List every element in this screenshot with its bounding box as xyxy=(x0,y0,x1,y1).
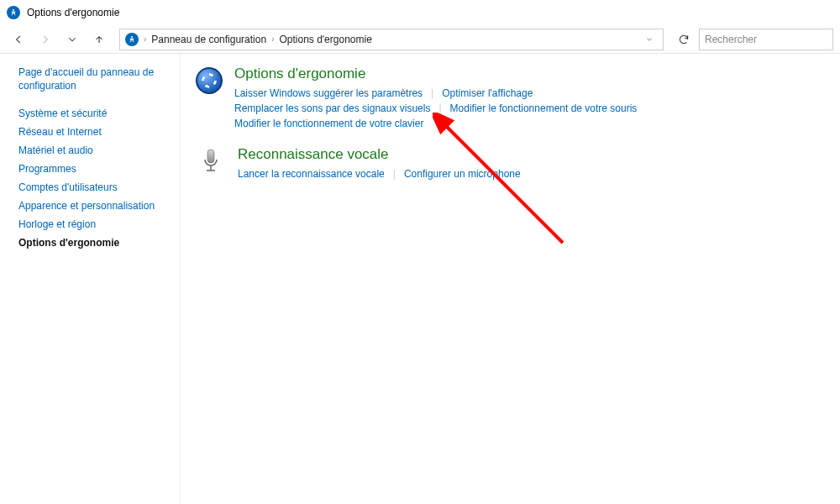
sidebar: Page d'accueil du panneau de configurati… xyxy=(0,54,181,504)
ease-of-access-section-icon xyxy=(196,66,223,131)
sidebar-item-hardware-sound[interactable]: Matériel et audio xyxy=(18,141,171,160)
section-ease-of-access: Options d'ergonomie Laisser Windows sugg… xyxy=(196,66,825,131)
ease-of-access-icon xyxy=(7,6,20,19)
section-heading-speech[interactable]: Reconnaissance vocale xyxy=(238,146,521,163)
link-start-speech-recognition[interactable]: Lancer la reconnaissance vocale xyxy=(238,166,385,181)
main-panel: Options d'ergonomie Laisser Windows sugg… xyxy=(181,54,840,504)
link-optimize-display[interactable]: Optimiser l'affichage xyxy=(442,86,533,101)
recent-locations-button[interactable] xyxy=(60,28,84,51)
window-title: Options d'ergonomie xyxy=(27,7,119,18)
svg-rect-2 xyxy=(207,150,214,163)
navigation-bar: › Panneau de configuration › Options d'e… xyxy=(0,25,840,54)
breadcrumb-current[interactable]: Options d'ergonomie xyxy=(279,34,371,45)
svg-line-5 xyxy=(443,123,563,243)
up-button[interactable] xyxy=(87,28,111,51)
sidebar-item-appearance[interactable]: Apparence et personnalisation xyxy=(18,197,171,215)
speech-section-icon xyxy=(196,146,226,181)
window-titlebar: Options d'ergonomie xyxy=(0,0,840,25)
clock-dial-icon xyxy=(196,67,223,94)
annotation-arrow xyxy=(433,113,584,264)
link-divider: | xyxy=(431,87,433,99)
link-replace-sounds-visual[interactable]: Remplacer les sons par des signaux visue… xyxy=(234,101,430,116)
link-divider: | xyxy=(438,102,441,114)
sidebar-item-clock-region[interactable]: Horloge et région xyxy=(18,215,171,234)
content-area: Page d'accueil du panneau de configurati… xyxy=(0,54,840,504)
link-setup-microphone[interactable]: Configurer un microphone xyxy=(404,166,521,181)
search-input[interactable] xyxy=(705,34,827,45)
address-dropdown-button[interactable] xyxy=(641,31,658,48)
chevron-right-icon[interactable]: › xyxy=(144,34,146,44)
address-bar[interactable]: › Panneau de configuration › Options d'e… xyxy=(119,29,664,50)
back-button[interactable] xyxy=(7,28,30,51)
link-change-keyboard[interactable]: Modifier le fonctionnement de votre clav… xyxy=(234,116,423,131)
sidebar-item-programs[interactable]: Programmes xyxy=(18,160,171,178)
section-speech-recognition: Reconnaissance vocale Lancer la reconnai… xyxy=(196,146,825,181)
section-heading-ease-of-access[interactable]: Options d'ergonomie xyxy=(234,66,825,82)
chevron-right-icon[interactable]: › xyxy=(271,34,274,44)
ease-of-access-icon xyxy=(125,33,139,46)
breadcrumb-root[interactable]: Panneau de configuration xyxy=(151,34,266,45)
sidebar-item-system-security[interactable]: Système et sécurité xyxy=(18,104,171,123)
sidebar-item-ease-of-access: Options d'ergonomie xyxy=(18,234,171,252)
svg-point-1 xyxy=(131,36,133,38)
link-let-windows-suggest[interactable]: Laisser Windows suggérer les paramètres xyxy=(234,86,423,101)
link-divider: | xyxy=(393,168,396,180)
microphone-icon xyxy=(201,148,221,181)
search-box[interactable] xyxy=(699,29,833,50)
refresh-button[interactable] xyxy=(672,28,696,51)
control-panel-home-link[interactable]: Page d'accueil du panneau de configurati… xyxy=(18,66,171,92)
svg-point-0 xyxy=(13,9,14,11)
sidebar-item-user-accounts[interactable]: Comptes d'utilisateurs xyxy=(18,178,171,197)
forward-button[interactable] xyxy=(34,28,57,51)
link-change-mouse[interactable]: Modifier le fonctionnement de votre sour… xyxy=(450,101,638,116)
sidebar-item-network-internet[interactable]: Réseau et Internet xyxy=(18,123,171,141)
